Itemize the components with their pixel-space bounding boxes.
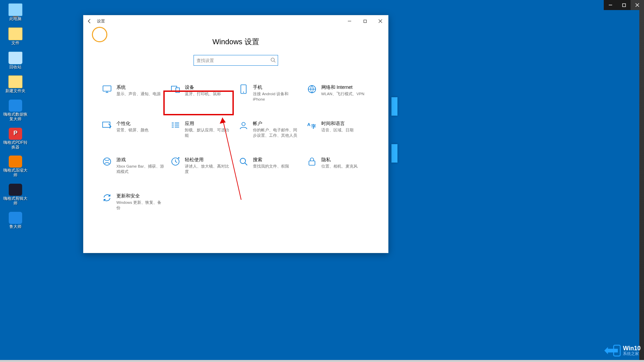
tile-time-language[interactable]: A字 时间和语言 语音、区域、日期 — [306, 119, 371, 140]
app-icon — [9, 184, 22, 196]
desktop-icon-pdf-converter[interactable]: 嗨格式PDF转换器 — [2, 128, 29, 150]
devices-icon — [171, 84, 180, 94]
outer-maximize-button[interactable] — [617, 0, 631, 10]
svg-rect-17 — [309, 161, 315, 165]
close-button[interactable] — [373, 15, 388, 27]
settings-heading: Windows 设置 — [84, 37, 388, 47]
tile-gaming[interactable]: 游戏 Xbox Game Bar、捕获、游戏模式 — [101, 155, 166, 176]
system-icon — [102, 84, 112, 94]
arrow-left-icon — [87, 18, 92, 24]
tile-subtitle: Xbox Game Bar、捕获、游戏模式 — [116, 164, 165, 174]
settings-tiles-grid: 系统 显示、声音、通知、电源 设备 蓝牙、打印机、鼠标 手机 连接 Androi… — [84, 82, 388, 213]
settings-search[interactable] — [194, 55, 278, 66]
sync-icon — [102, 193, 112, 202]
time-language-icon: A字 — [307, 121, 317, 130]
back-button[interactable] — [85, 16, 94, 26]
svg-point-14 — [103, 158, 111, 165]
desktop-accent — [391, 144, 397, 163]
desktop-icon-label: 嗨格式数据恢复大师 — [2, 112, 29, 122]
search-input[interactable] — [194, 55, 278, 65]
personalization-icon — [102, 121, 112, 130]
tile-subtitle: 位置、相机、麦克风 — [321, 164, 358, 169]
tile-search[interactable]: 搜索 查找我的文件、权限 — [237, 155, 303, 176]
desktop-accent — [391, 97, 397, 116]
tile-privacy[interactable]: 隐私 位置、相机、麦克风 — [306, 155, 371, 176]
tile-accounts[interactable]: 帐户 你的帐户、电子邮件、同步设置、工作、其他人员 — [237, 119, 303, 140]
tile-title: 个性化 — [116, 121, 149, 127]
tile-apps[interactable]: 应用 卸载、默认应用、可选功能 — [169, 119, 234, 140]
desktop-icon-recycle-bin[interactable]: 回收站 — [2, 52, 29, 70]
minimize-button[interactable] — [342, 15, 357, 27]
svg-point-6 — [177, 91, 178, 92]
tile-title: 应用 — [185, 121, 233, 127]
outer-window-controls — [604, 0, 644, 10]
search-icon — [239, 157, 248, 166]
tile-title: 隐私 — [321, 157, 358, 163]
tile-title: 网络和 Internet — [321, 84, 365, 90]
settings-titlebar: 设置 — [84, 15, 388, 27]
tile-title: 游戏 — [116, 157, 165, 163]
phone-icon — [239, 84, 248, 94]
desktop-icon-label: 嗨格式剪辑大师 — [2, 196, 29, 206]
tile-title: 系统 — [116, 84, 161, 90]
lock-icon — [307, 157, 317, 166]
tile-title: 时间和语言 — [321, 121, 354, 127]
tile-title: 搜索 — [253, 157, 289, 163]
maximize-button[interactable] — [357, 15, 373, 27]
tile-phone[interactable]: 手机 连接 Android 设备和 iPhone — [237, 82, 303, 104]
outer-close-button[interactable] — [631, 0, 644, 10]
tile-subtitle: 你的帐户、电子邮件、同步设置、工作、其他人员 — [253, 128, 301, 138]
watermark-brand: Win10 — [623, 345, 641, 352]
desktop-icon-compressor[interactable]: 嗨格式压缩大师 — [2, 156, 29, 178]
tile-personalization[interactable]: 个性化 背景、锁屏、颜色 — [101, 119, 166, 140]
tile-ease-of-access[interactable]: 轻松使用 讲述人、放大镜、高对比度 — [169, 155, 234, 176]
tile-network[interactable]: 网络和 Internet WLAN、飞行模式、VPN — [306, 82, 371, 104]
svg-text:字: 字 — [311, 124, 316, 129]
svg-rect-0 — [623, 4, 626, 7]
tile-update-security[interactable]: 更新和安全 Windows 更新、恢复、备份 — [101, 191, 166, 213]
tile-subtitle: 查找我的文件、权限 — [253, 164, 289, 169]
watermark-logo-icon — [603, 342, 621, 359]
watermark: Win10 系统之家 — [600, 339, 644, 362]
desktop-icon-label: 此电脑 — [2, 17, 29, 21]
folder-icon — [8, 27, 22, 40]
globe-icon — [307, 84, 317, 94]
desktop-icons: 此电脑 文件 回收站 新建文件夹 嗨格式数据恢复大师 嗨格式PDF转换器 嗨格式… — [2, 3, 29, 229]
tile-subtitle: 卸载、默认应用、可选功能 — [185, 128, 233, 138]
apps-icon — [171, 121, 180, 130]
taskbar-cropped — [0, 360, 644, 362]
desktop-icon-label: 鲁大师 — [2, 225, 29, 229]
svg-text:A: A — [307, 122, 311, 127]
accounts-icon — [239, 121, 248, 130]
desktop-icon-files[interactable]: 文件 — [2, 27, 29, 46]
settings-window: 设置 Windows 设置 系统 显示、声音、通知、电源 — [83, 15, 388, 253]
tile-system[interactable]: 系统 显示、声音、通知、电源 — [101, 82, 166, 104]
svg-point-11 — [242, 122, 245, 126]
desktop-icon-ludashi[interactable]: 鲁大师 — [2, 212, 29, 229]
tile-subtitle: Windows 更新、恢复、备份 — [116, 200, 165, 210]
desktop-icon-label: 嗨格式压缩大师 — [2, 168, 29, 178]
outer-scrollbar[interactable] — [639, 10, 644, 362]
tile-devices[interactable]: 设备 蓝牙、打印机、鼠标 — [169, 82, 234, 104]
computer-icon — [8, 3, 22, 16]
tile-subtitle: WLAN、飞行模式、VPN — [321, 92, 365, 97]
settings-window-title: 设置 — [97, 18, 105, 24]
app-icon — [9, 100, 22, 112]
desktop-icon-video-editor[interactable]: 嗨格式剪辑大师 — [2, 184, 29, 206]
desktop-icon-label: 回收站 — [2, 65, 29, 70]
outer-minimize-button[interactable] — [604, 0, 617, 10]
tile-subtitle: 背景、锁屏、颜色 — [116, 128, 149, 133]
desktop-icon-this-pc[interactable]: 此电脑 — [2, 3, 29, 21]
svg-rect-10 — [103, 122, 110, 127]
desktop-icon-label: 新建文件夹 — [2, 89, 29, 94]
tile-subtitle: 连接 Android 设备和 iPhone — [253, 92, 301, 102]
ease-of-access-icon — [171, 157, 180, 166]
app-icon — [9, 128, 22, 140]
desktop-icon-label: 嗨格式PDF转换器 — [2, 140, 29, 150]
tile-title: 帐户 — [253, 121, 301, 127]
desktop-icon-data-recovery[interactable]: 嗨格式数据恢复大师 — [2, 100, 29, 122]
svg-rect-3 — [103, 86, 111, 91]
tile-subtitle: 显示、声音、通知、电源 — [116, 92, 161, 97]
folder-icon — [8, 75, 22, 88]
desktop-icon-new-folder[interactable]: 新建文件夹 — [2, 75, 29, 94]
